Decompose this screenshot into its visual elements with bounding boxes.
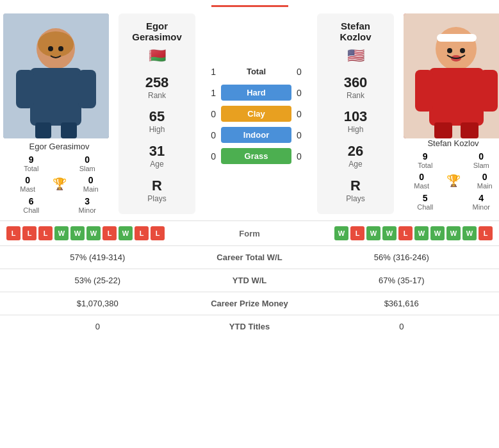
player2-stats-grid: 9 Total 0 Slam [397,151,499,169]
player1-photo-area: Egor Gerasimov 9 Total 0 Slam 0 Mast 🏆 [3,13,115,214]
form-badge: L [22,226,37,240]
stats-center-lbl: YTD W/L [186,276,314,285]
player1-high-block: 65 High [149,108,165,134]
svg-point-7 [38,31,74,57]
stats-center-lbl: Career Total W/L [186,253,314,262]
stats-left-val: 0 [10,322,186,331]
player2-stats-card: Stefan Kozlov 🇺🇸 360 Rank 103 High 26 Ag… [317,13,394,214]
grass-score-left: 0 [202,151,221,162]
player1-stats-grid: 9 Total 0 Slam [3,154,115,172]
player2-chall-grid: 5 Chall 4 Minor [397,193,499,211]
player2-age-lbl: Age [348,160,363,169]
player1-photo [3,13,109,138]
player1-total-val: 9 Total [3,154,60,172]
svg-rect-6 [61,122,77,138]
player2-minor: 4 Minor [454,193,500,211]
form-badge: L [38,226,53,240]
player1-high-val: 65 [149,108,165,125]
player1-rank-block: 258 Rank [145,74,169,100]
total-score-right: 0 [291,67,311,77]
score-row-clay: 0 Clay 0 [202,106,311,122]
stats-left-val: $1,070,380 [10,299,186,308]
form-badge: W [366,226,380,240]
form-badge: W [414,226,429,240]
stats-row: 0 YTD Titles 0 [0,315,499,338]
player2-rank-block: 360 Rank [344,74,368,100]
player1-plays-lbl: Plays [147,194,166,203]
player1-rank-lbl: Rank [145,91,169,100]
player2-form-badges: WLWWLWWWWL [288,226,493,240]
svg-point-11 [436,27,477,71]
player1-high-lbl: High [149,125,165,134]
player2-plays-lbl: Plays [346,194,364,203]
score-row-total: 1 Total 0 [202,63,311,79]
svg-rect-16 [461,122,479,138]
player2-mast: 0 Mast [397,172,446,190]
player2-total-val: 9 Total [397,151,454,169]
hard-score-left: 1 [202,88,221,98]
svg-rect-15 [434,122,452,138]
svg-rect-14 [480,70,498,112]
player1-flag: 🇧🇾 [149,47,166,64]
total-score-left: 1 [202,67,221,77]
form-badge: L [102,226,117,240]
form-badge: W [70,226,85,240]
form-badge: W [86,226,101,240]
player2-main: 0 Main [461,172,500,190]
score-row-grass: 0 Grass 0 [202,148,311,164]
form-badge: L [350,226,364,240]
surface-total-btn[interactable]: Total [221,63,291,79]
form-badge: L [151,226,165,240]
stats-right-val: $361,616 [314,299,490,308]
clay-score-left: 0 [202,109,221,119]
player2-trophy-row: 0 Mast 🏆 0 Main [397,172,499,190]
svg-point-9 [58,46,63,51]
player1-card-name: Egor Gerasimov [132,21,182,42]
main-container: Egor Gerasimov 9 Total 0 Slam 0 Mast 🏆 [0,5,499,338]
form-badge: W [446,226,461,240]
svg-point-18 [447,48,452,53]
player1-mast: 0 Mast [3,175,53,193]
player2-age-val: 26 [348,143,363,160]
form-badge: W [382,226,397,240]
surface-hard-btn[interactable]: Hard [221,85,291,101]
stats-center-lbl: YTD Titles [186,322,314,331]
svg-rect-2 [30,68,81,126]
player2-trophy-icon: 🏆 [446,174,461,188]
form-badge: W [119,226,133,240]
player2-plays-val: R [346,178,364,194]
form-badge: L [479,226,493,240]
form-badge: L [398,226,413,240]
surface-grass-btn[interactable]: Grass [221,148,291,164]
form-badge: W [462,226,477,240]
player2-photo [404,13,499,138]
player2-high-block: 103 High [344,108,368,134]
player1-trophy-icon: 🏆 [53,177,67,191]
player1-slam-val: 0 Slam [60,154,116,172]
player1-chall-grid: 6 Chall 3 Minor [3,196,115,214]
player1-stats-card: Egor Gerasimov 🇧🇾 258 Rank 65 High 31 Ag… [119,13,195,214]
player2-high-lbl: High [344,125,368,134]
stats-row: 53% (25-22) YTD W/L 67% (35-17) [0,269,499,292]
svg-rect-5 [35,122,51,138]
stats-row: $1,070,380 Career Prize Money $361,616 [0,292,499,315]
clay-score-right: 0 [291,109,311,119]
surface-clay-btn[interactable]: Clay [221,106,291,122]
player1-age-val: 31 [149,143,165,160]
stats-right-val: 67% (35-17) [314,276,490,285]
player2-photo-area: Stefan Kozlov 9 Total 0 Slam 0 Mast 🏆 [397,13,499,214]
stats-left-val: 57% (419-314) [10,253,186,262]
stats-center-lbl: Career Prize Money [186,299,314,308]
player2-flag: 🇺🇸 [347,47,364,64]
match-center: 1 Total 0 1 Hard 0 0 Clay 0 0 Indoor 0 0 [199,13,314,214]
player2-plays-block: R Plays [346,178,364,203]
player1-plays-block: R Plays [147,178,166,203]
form-badge: W [430,226,445,240]
player1-trophy-row: 0 Mast 🏆 0 Main [3,175,115,193]
form-badge: L [135,226,149,240]
form-badge: L [6,226,20,240]
player1-rank-val: 258 [145,74,169,91]
player2-age-block: 26 Age [348,143,363,169]
player2-rank-val: 360 [344,74,368,91]
surface-indoor-btn[interactable]: Indoor [221,127,291,143]
